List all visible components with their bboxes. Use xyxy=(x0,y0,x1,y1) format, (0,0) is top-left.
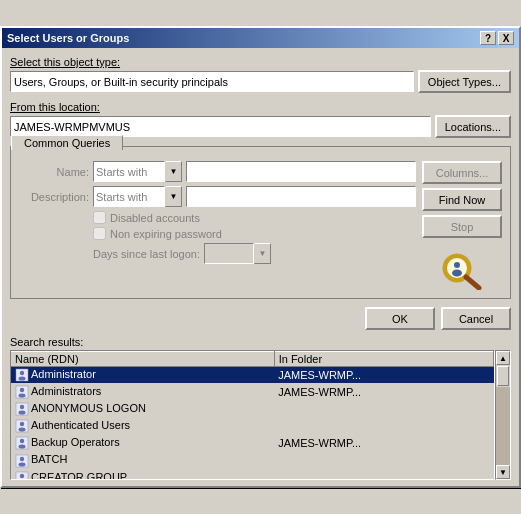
scroll-down-arrow[interactable]: ▼ xyxy=(496,465,510,479)
desc-label: Description: xyxy=(19,191,89,203)
row-folder-cell: JAMES-WRMP... xyxy=(274,435,493,452)
row-folder-cell xyxy=(274,418,493,435)
user-icon xyxy=(15,402,29,416)
svg-point-25 xyxy=(19,479,26,480)
non-expiring-row: Non expiring password xyxy=(93,227,416,240)
svg-point-7 xyxy=(19,377,26,381)
search-results-label: Search results: xyxy=(10,336,511,348)
disabled-accounts-checkbox[interactable] xyxy=(93,211,106,224)
svg-point-6 xyxy=(20,371,24,375)
user-icon xyxy=(15,368,29,382)
row-folder-cell xyxy=(274,401,493,418)
select-users-dialog: Select Users or Groups ? X Select this o… xyxy=(0,26,521,488)
table-row[interactable]: BATCH xyxy=(11,452,494,469)
svg-point-21 xyxy=(20,456,24,460)
non-expiring-label: Non expiring password xyxy=(110,228,222,240)
table-row[interactable]: ANONYMOUS LOGON xyxy=(11,401,494,418)
days-row: Days since last logon: ▼ xyxy=(93,243,416,264)
location-label: From this location: xyxy=(10,101,511,113)
search-icon-area xyxy=(422,252,502,290)
cancel-button[interactable]: Cancel xyxy=(441,307,511,330)
object-types-button[interactable]: Object Types... xyxy=(418,70,511,93)
days-combo-field[interactable] xyxy=(204,243,254,264)
disabled-accounts-label: Disabled accounts xyxy=(110,212,200,224)
disabled-accounts-row: Disabled accounts xyxy=(93,211,416,224)
scrollbar[interactable]: ▲ ▼ xyxy=(495,350,511,480)
table-row[interactable]: AdministratorJAMES-WRMP... xyxy=(11,367,494,384)
find-now-button[interactable]: Find Now xyxy=(422,188,502,211)
days-combo-wrapper: ▼ xyxy=(204,243,271,264)
scroll-thumb[interactable] xyxy=(497,366,509,386)
location-field[interactable] xyxy=(10,116,431,137)
object-type-label: Select this object type: xyxy=(10,56,511,68)
title-bar: Select Users or Groups ? X xyxy=(2,28,519,48)
title-bar-left: Select Users or Groups xyxy=(7,32,129,44)
row-name-cell: Backup Operators xyxy=(11,435,274,452)
close-button[interactable]: X xyxy=(498,31,514,45)
svg-point-12 xyxy=(20,405,24,409)
table-row[interactable]: Authenticated Users xyxy=(11,418,494,435)
user-icon xyxy=(15,419,29,433)
results-table: Name (RDN) In Folder AdministratorJAMES-… xyxy=(11,351,494,480)
user-icon xyxy=(15,436,29,450)
row-name-cell: BATCH xyxy=(11,452,274,469)
object-type-field[interactable] xyxy=(10,71,414,92)
ok-button[interactable]: OK xyxy=(365,307,435,330)
table-row[interactable]: Backup OperatorsJAMES-WRMP... xyxy=(11,435,494,452)
desc-filter-wrapper: ▼ xyxy=(93,186,182,207)
svg-point-4 xyxy=(452,270,462,277)
scroll-up-arrow[interactable]: ▲ xyxy=(496,351,510,365)
user-icon xyxy=(15,385,29,399)
svg-point-10 xyxy=(19,394,26,398)
common-queries-tab[interactable]: Common Queries xyxy=(11,135,123,150)
col-folder-header: In Folder xyxy=(274,352,493,367)
row-name-text: Authenticated Users xyxy=(31,419,130,431)
ok-cancel-row: OK Cancel xyxy=(10,307,511,330)
row-name-cell: Administrator xyxy=(11,367,274,384)
desc-text-field[interactable] xyxy=(186,186,416,207)
row-name-cell: Administrators xyxy=(11,384,274,401)
svg-line-2 xyxy=(466,277,479,288)
dialog-content: Select this object type: Object Types...… xyxy=(2,48,519,486)
desc-filter-field[interactable] xyxy=(93,186,165,207)
stop-button[interactable]: Stop xyxy=(422,215,502,238)
table-row[interactable]: AdministratorsJAMES-WRMP... xyxy=(11,384,494,401)
svg-point-13 xyxy=(19,411,26,415)
row-name-text: Administrator xyxy=(31,368,96,380)
row-name-text: ANONYMOUS LOGON xyxy=(31,402,146,414)
svg-point-22 xyxy=(19,462,26,466)
svg-point-19 xyxy=(19,445,26,449)
name-filter-field[interactable] xyxy=(93,161,165,182)
name-filter-wrapper: ▼ xyxy=(93,161,182,182)
side-buttons: Columns... Find Now Stop xyxy=(422,161,502,290)
svg-point-16 xyxy=(19,428,26,432)
search-magnifier-icon xyxy=(441,252,483,290)
scroll-track[interactable] xyxy=(496,387,510,465)
row-name-text: BATCH xyxy=(31,453,67,465)
groupbox-content: Name: ▼ Description: ▼ xyxy=(19,161,502,290)
table-row[interactable]: CREATOR GROUP xyxy=(11,469,494,480)
name-row: Name: ▼ xyxy=(19,161,416,182)
title-bar-controls: ? X xyxy=(480,31,514,45)
results-scroll-wrapper: Name (RDN) In Folder AdministratorJAMES-… xyxy=(10,350,495,480)
form-area: Name: ▼ Description: ▼ xyxy=(19,161,416,290)
help-button[interactable]: ? xyxy=(480,31,496,45)
results-outer: Name (RDN) In Folder AdministratorJAMES-… xyxy=(10,350,511,480)
days-combo-dropdown[interactable]: ▼ xyxy=(254,243,271,264)
locations-button[interactable]: Locations... xyxy=(435,115,511,138)
name-text-field[interactable] xyxy=(186,161,416,182)
name-filter-dropdown[interactable]: ▼ xyxy=(165,161,182,182)
row-name-cell: CREATOR GROUP xyxy=(11,469,274,480)
svg-point-9 xyxy=(20,388,24,392)
row-name-text: Administrators xyxy=(31,385,101,397)
row-folder-cell: JAMES-WRMP... xyxy=(274,367,493,384)
user-icon xyxy=(15,471,29,480)
svg-point-15 xyxy=(20,422,24,426)
desc-filter-dropdown[interactable]: ▼ xyxy=(165,186,182,207)
days-label: Days since last logon: xyxy=(93,248,200,260)
non-expiring-checkbox[interactable] xyxy=(93,227,106,240)
dialog-title: Select Users or Groups xyxy=(7,32,129,44)
row-folder-cell xyxy=(274,469,493,480)
columns-button[interactable]: Columns... xyxy=(422,161,502,184)
object-type-row: Object Types... xyxy=(10,70,511,93)
